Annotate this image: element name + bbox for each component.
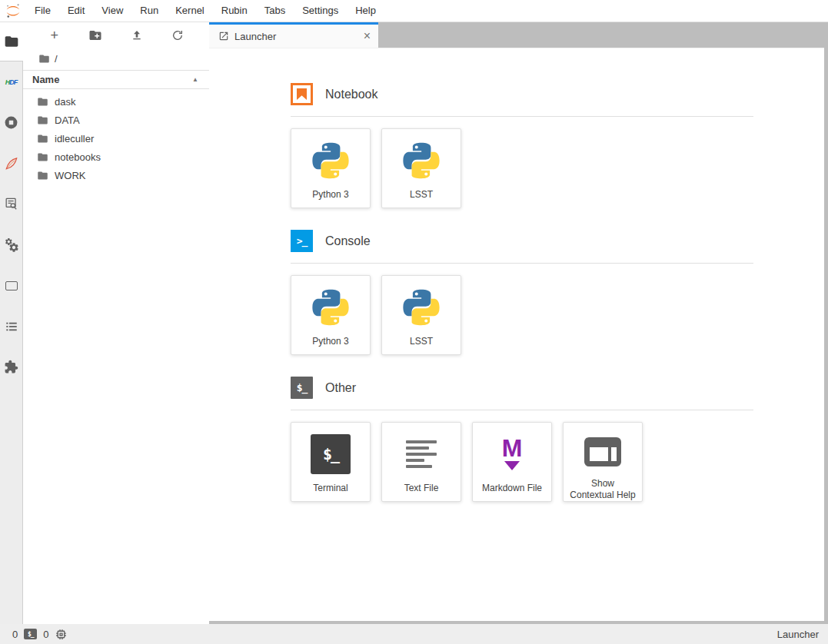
- folder-name: notebooks: [55, 151, 101, 163]
- sidebar-item-file-browser[interactable]: [0, 22, 23, 61]
- new-folder-button[interactable]: [83, 25, 108, 45]
- menu-item-tabs[interactable]: Tabs: [256, 0, 294, 22]
- menu-item-rubin[interactable]: Rubin: [213, 0, 256, 22]
- menu-item-help[interactable]: Help: [347, 0, 384, 22]
- tab-label: Launcher: [234, 31, 358, 42]
- refresh-button[interactable]: [165, 25, 190, 45]
- section-console: >_ Console Python 3 LSST: [291, 230, 753, 355]
- sidebar-item-extensions[interactable]: [0, 347, 22, 387]
- python-logo-icon: [311, 287, 351, 327]
- folder-icon: [37, 133, 48, 144]
- menu-item-settings[interactable]: Settings: [294, 0, 347, 22]
- console-icon: >_: [291, 230, 313, 252]
- terminals-count: 0: [12, 629, 18, 640]
- section-title: Other: [325, 381, 356, 395]
- hdf5-icon: HDF: [5, 78, 18, 86]
- status-bar: 0 $_ 0 Launcher: [0, 624, 828, 644]
- name-column-header[interactable]: Name: [32, 74, 59, 85]
- folder-icon: [4, 34, 19, 49]
- card-label: LSST: [410, 336, 433, 347]
- divider: [291, 410, 753, 410]
- folder-icon: [37, 96, 48, 108]
- markdown-icon: M: [502, 438, 523, 470]
- python-logo-icon: [311, 141, 351, 181]
- file-list-header[interactable]: Name ▲: [23, 70, 209, 89]
- window-icon: [5, 281, 18, 290]
- gear-icon: [4, 237, 19, 253]
- folder-row-notebooks[interactable]: notebooks: [23, 148, 209, 166]
- folder-name: WORK: [55, 170, 85, 181]
- launcher-card-contextual-help[interactable]: Show Contextual Help: [563, 422, 643, 502]
- section-other: $_ Other $_ Terminal: [291, 377, 753, 502]
- launcher-panel: Notebook Python 3 LSST: [209, 48, 824, 621]
- upload-button[interactable]: [125, 25, 149, 45]
- menu-item-view[interactable]: View: [93, 0, 131, 22]
- launcher-card-text-file[interactable]: Text File: [381, 422, 461, 502]
- new-folder-icon: [88, 28, 102, 42]
- folder-row-data[interactable]: DATA: [23, 111, 209, 129]
- folder-row-idleculler[interactable]: idleculler: [23, 129, 209, 148]
- puzzle-icon: [4, 360, 18, 374]
- sidebar-item-quill[interactable]: [0, 143, 22, 184]
- breadcrumb[interactable]: /: [23, 48, 209, 68]
- card-label: LSST: [410, 189, 433, 201]
- menu-item-file[interactable]: File: [26, 0, 59, 22]
- file-browser-toolbar: +: [23, 22, 209, 48]
- quill-icon: [4, 156, 19, 171]
- launcher-card-notebook-lsst[interactable]: LSST: [381, 128, 461, 208]
- sidebar-item-settings[interactable]: [0, 224, 22, 265]
- sidebar-item-inspector[interactable]: [0, 184, 22, 224]
- main-area: HDF: [0, 22, 828, 624]
- refresh-icon: [171, 29, 184, 41]
- file-list: dask DATA idleculler notebooks WORK: [23, 89, 209, 624]
- python-logo-icon: [401, 141, 441, 181]
- contextual-help-icon: [584, 437, 622, 467]
- divider: [291, 263, 753, 264]
- sidebar-item-hdf5[interactable]: HDF: [0, 61, 22, 102]
- folder-name: DATA: [55, 115, 80, 126]
- sessions-status[interactable]: 0 $_ 0: [12, 628, 68, 641]
- launcher-card-console-lsst[interactable]: LSST: [381, 275, 461, 355]
- tab-launcher[interactable]: Launcher ×: [209, 22, 378, 48]
- launcher-card-console-python3[interactable]: Python 3: [291, 275, 371, 355]
- breadcrumb-path: /: [55, 53, 58, 65]
- folder-icon: [37, 115, 48, 126]
- current-activity-label: Launcher: [777, 629, 819, 640]
- card-label: Markdown File: [482, 483, 542, 494]
- folder-row-dask[interactable]: dask: [23, 92, 209, 111]
- terminal-icon: $_: [24, 629, 37, 639]
- section-title: Notebook: [325, 88, 378, 101]
- text-file-icon: [404, 438, 439, 470]
- menubar: File Edit View Run Kernel Rubin Tabs Set…: [0, 0, 828, 22]
- launcher-card-markdown-file[interactable]: M Markdown File: [472, 422, 552, 502]
- tab-close-button[interactable]: ×: [364, 30, 371, 42]
- menu-item-run[interactable]: Run: [131, 0, 167, 22]
- menu-item-kernel[interactable]: Kernel: [167, 0, 213, 22]
- jupyter-logo-icon: [5, 2, 22, 19]
- other-terminal-icon: $_: [291, 377, 313, 399]
- launcher-card-terminal[interactable]: $_ Terminal: [291, 422, 371, 502]
- notebook-icon: [291, 83, 313, 105]
- section-title: Console: [325, 234, 371, 248]
- jupyterlab-app: File Edit View Run Kernel Rubin Tabs Set…: [0, 0, 828, 644]
- tab-bar: Launcher ×: [209, 22, 828, 48]
- folder-row-work[interactable]: WORK: [23, 166, 209, 184]
- sort-ascending-icon: ▲: [192, 76, 198, 83]
- inspector-icon: [4, 197, 18, 211]
- launcher-icon: [218, 31, 229, 41]
- dock-panel: Launcher × Notebook: [209, 22, 828, 624]
- sidebar-item-open-tabs[interactable]: [0, 265, 22, 306]
- upload-icon: [131, 29, 143, 41]
- card-label: Show Contextual Help: [569, 478, 637, 501]
- file-browser-panel: +: [23, 22, 209, 624]
- sidebar-item-table-of-contents[interactable]: [0, 306, 22, 347]
- terminal-icon: $_: [311, 434, 351, 474]
- kernel-icon: [55, 628, 68, 641]
- new-launcher-button[interactable]: +: [42, 25, 67, 45]
- launcher-card-notebook-python3[interactable]: Python 3: [291, 128, 371, 208]
- running-sessions-icon: [4, 115, 18, 130]
- jupyter-logo: [0, 2, 26, 19]
- sidebar-item-running-sessions[interactable]: [0, 102, 22, 143]
- menu-item-edit[interactable]: Edit: [59, 0, 93, 22]
- sidebar-lower: HDF: [0, 61, 23, 624]
